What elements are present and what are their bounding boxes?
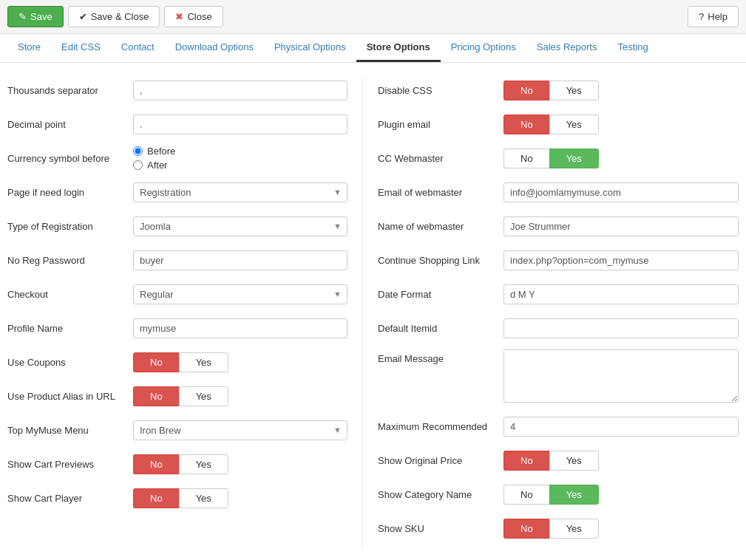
show-original-price-toggle: No Yes bbox=[503, 451, 739, 471]
help-icon: ? bbox=[699, 11, 704, 22]
page-if-need-login-label: Page if need login bbox=[7, 187, 133, 198]
show-category-name-yes-button[interactable]: Yes bbox=[549, 485, 599, 505]
maximum-recommended-row: Maximum Recommended bbox=[378, 414, 739, 439]
currency-symbol-row: Currency symbol before Before After bbox=[7, 146, 347, 171]
decimal-point-input[interactable] bbox=[133, 115, 347, 134]
maximum-recommended-label: Maximum Recommended bbox=[378, 421, 503, 432]
date-format-label: Date Format bbox=[378, 289, 503, 300]
thousands-separator-input[interactable] bbox=[133, 81, 347, 100]
show-cart-player-yes-button[interactable]: Yes bbox=[179, 488, 228, 508]
use-product-alias-toggle: No Yes bbox=[133, 386, 347, 406]
name-of-webmaster-input[interactable] bbox=[503, 216, 739, 236]
page-if-need-login-select-wrap: Registration Login Home ▼ bbox=[133, 182, 347, 202]
cc-webmaster-row: CC Webmaster No Yes bbox=[378, 146, 739, 171]
no-reg-password-row: No Reg Password bbox=[7, 247, 347, 273]
right-column: Disable CSS No Yes Plugin email No Yes C… bbox=[362, 78, 739, 550]
show-original-price-no-button[interactable]: No bbox=[503, 451, 549, 471]
date-format-input[interactable] bbox=[503, 284, 739, 304]
continue-shopping-link-row: Continue Shopping Link bbox=[378, 247, 739, 273]
tab-download-options[interactable]: Download Options bbox=[165, 34, 264, 62]
use-coupons-yes-button[interactable]: Yes bbox=[179, 352, 228, 372]
continue-shopping-link-label: Continue Shopping Link bbox=[378, 255, 503, 266]
email-of-webmaster-input[interactable] bbox=[503, 182, 739, 202]
show-cart-player-label: Show Cart Player bbox=[7, 493, 133, 504]
left-column: Thousands separator Decimal point Curren… bbox=[7, 78, 362, 550]
show-cart-previews-yes-button[interactable]: Yes bbox=[179, 454, 228, 474]
currency-before-option[interactable]: Before bbox=[133, 146, 347, 157]
currency-after-option[interactable]: After bbox=[133, 160, 347, 171]
tab-testing[interactable]: Testing bbox=[607, 34, 658, 62]
email-message-textarea[interactable] bbox=[503, 349, 739, 403]
currency-symbol-radio-group: Before After bbox=[133, 146, 347, 171]
name-of-webmaster-label: Name of webmaster bbox=[378, 221, 503, 232]
plugin-email-no-button[interactable]: No bbox=[503, 115, 549, 134]
show-sku-label: Show SKU bbox=[378, 523, 503, 534]
use-coupons-row: Use Coupons No Yes bbox=[7, 349, 347, 375]
show-cart-player-no-button[interactable]: No bbox=[133, 488, 179, 508]
currency-after-radio[interactable] bbox=[133, 160, 143, 170]
plugin-email-row: Plugin email No Yes bbox=[378, 112, 739, 137]
type-of-registration-select-wrap: Joomla Custom None ▼ bbox=[133, 216, 347, 236]
show-category-name-no-button[interactable]: No bbox=[503, 485, 549, 505]
email-of-webmaster-row: Email of webmaster bbox=[378, 180, 739, 205]
profile-name-label: Profile Name bbox=[7, 323, 133, 334]
disable-css-no-button[interactable]: No bbox=[503, 81, 549, 100]
save-close-button[interactable]: ✔ Save & Close bbox=[68, 6, 160, 27]
show-cart-player-row: Show Cart Player No Yes bbox=[7, 485, 347, 511]
cc-webmaster-yes-button[interactable]: Yes bbox=[549, 148, 599, 168]
tab-pricing-options[interactable]: Pricing Options bbox=[441, 34, 526, 62]
disable-css-toggle: No Yes bbox=[503, 81, 739, 100]
cc-webmaster-no-button[interactable]: No bbox=[503, 148, 549, 168]
use-product-alias-label: Use Product Alias in URL bbox=[7, 391, 133, 402]
tab-store-options[interactable]: Store Options bbox=[356, 34, 441, 62]
profile-name-input[interactable] bbox=[133, 318, 347, 338]
use-product-alias-no-button[interactable]: No bbox=[133, 386, 179, 406]
thousands-separator-label: Thousands separator bbox=[7, 85, 133, 96]
top-mymuse-menu-select-wrap: Iron Brew Default Custom ▼ bbox=[133, 420, 347, 440]
close-button[interactable]: ✖ Close bbox=[164, 6, 223, 27]
top-mymuse-menu-select[interactable]: Iron Brew Default Custom bbox=[133, 420, 347, 440]
show-sku-row: Show SKU No Yes bbox=[378, 516, 739, 541]
main-content: Thousands separator Decimal point Curren… bbox=[0, 63, 746, 560]
show-sku-yes-button[interactable]: Yes bbox=[549, 519, 599, 539]
use-product-alias-yes-button[interactable]: Yes bbox=[179, 386, 228, 406]
use-coupons-label: Use Coupons bbox=[7, 357, 133, 368]
tab-store[interactable]: Store bbox=[7, 34, 51, 62]
default-itemid-input[interactable] bbox=[503, 318, 739, 338]
save-button[interactable]: ✎ Save bbox=[7, 6, 64, 27]
disable-css-row: Disable CSS No Yes bbox=[378, 78, 739, 103]
currency-before-radio[interactable] bbox=[133, 146, 143, 156]
save-icon: ✎ bbox=[18, 11, 27, 22]
checkout-row: Checkout Regular Express One Page ▼ bbox=[7, 281, 347, 307]
email-message-row: Email Message bbox=[378, 349, 739, 405]
checkout-select-wrap: Regular Express One Page ▼ bbox=[133, 284, 347, 304]
help-button[interactable]: ? Help bbox=[688, 6, 739, 27]
tab-sales-reports[interactable]: Sales Reports bbox=[526, 34, 608, 62]
show-cart-previews-no-button[interactable]: No bbox=[133, 454, 179, 474]
show-sku-no-button[interactable]: No bbox=[503, 519, 549, 539]
show-sku-toggle: No Yes bbox=[503, 519, 739, 539]
use-coupons-no-button[interactable]: No bbox=[133, 352, 179, 372]
type-of-registration-row: Type of Registration Joomla Custom None … bbox=[7, 214, 347, 239]
tab-edit-css[interactable]: Edit CSS bbox=[51, 34, 111, 62]
maximum-recommended-input[interactable] bbox=[503, 417, 739, 437]
show-original-price-yes-button[interactable]: Yes bbox=[549, 451, 599, 471]
tab-contact[interactable]: Contact bbox=[111, 34, 165, 62]
name-of-webmaster-row: Name of webmaster bbox=[378, 214, 739, 239]
profile-name-row: Profile Name bbox=[7, 315, 347, 341]
page-if-need-login-select[interactable]: Registration Login Home bbox=[133, 182, 347, 202]
plugin-email-yes-button[interactable]: Yes bbox=[549, 115, 599, 134]
checkout-select[interactable]: Regular Express One Page bbox=[133, 284, 347, 304]
tab-physical-options[interactable]: Physical Options bbox=[264, 34, 356, 62]
type-of-registration-label: Type of Registration bbox=[7, 221, 133, 232]
disable-css-label: Disable CSS bbox=[378, 85, 503, 96]
cc-webmaster-label: CC Webmaster bbox=[378, 153, 503, 164]
plugin-email-toggle: No Yes bbox=[503, 115, 739, 134]
top-mymuse-menu-label: Top MyMuse Menu bbox=[7, 425, 133, 436]
toolbar: ✎ Save ✔ Save & Close ✖ Close ? Help bbox=[0, 0, 746, 34]
no-reg-password-input[interactable] bbox=[133, 250, 347, 270]
type-of-registration-select[interactable]: Joomla Custom None bbox=[133, 216, 347, 236]
decimal-point-row: Decimal point bbox=[7, 112, 347, 137]
disable-css-yes-button[interactable]: Yes bbox=[549, 81, 599, 100]
continue-shopping-link-input[interactable] bbox=[503, 250, 739, 270]
